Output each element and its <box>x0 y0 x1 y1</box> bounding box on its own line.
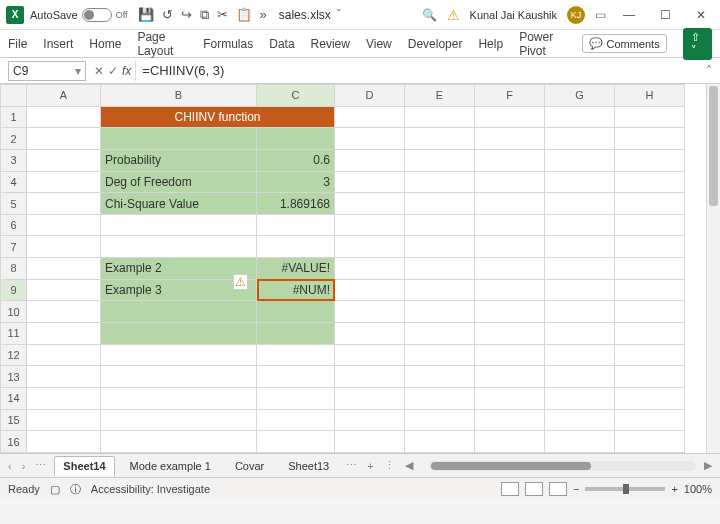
cell[interactable] <box>545 409 615 431</box>
name-box-dropdown-icon[interactable]: ▾ <box>75 64 81 78</box>
cell[interactable] <box>615 279 685 301</box>
cell[interactable] <box>545 258 615 280</box>
cell[interactable] <box>257 214 335 236</box>
zoom-level[interactable]: 100% <box>684 483 712 495</box>
cell[interactable] <box>335 193 405 215</box>
col-header-g[interactable]: G <box>545 85 615 107</box>
cell-c3[interactable]: 0.6 <box>257 149 335 171</box>
accessibility-status[interactable]: Accessibility: Investigate <box>91 483 210 495</box>
cell[interactable] <box>475 431 545 453</box>
zoom-out-icon[interactable]: − <box>573 483 579 495</box>
undo-icon[interactable]: ↺ <box>162 7 173 22</box>
cell[interactable] <box>335 258 405 280</box>
tab-home[interactable]: Home <box>89 37 121 51</box>
cell[interactable] <box>405 387 475 409</box>
cell[interactable] <box>27 431 101 453</box>
page-layout-view-icon[interactable] <box>525 482 543 496</box>
cell-b5[interactable]: Chi-Square Value <box>101 193 257 215</box>
row-header-11[interactable]: 11 <box>1 323 27 345</box>
cell-c8[interactable]: #VALUE! <box>257 258 335 280</box>
cell[interactable] <box>545 106 615 128</box>
horizontal-scrollbar[interactable] <box>429 461 696 471</box>
cell[interactable] <box>615 106 685 128</box>
cell[interactable] <box>27 193 101 215</box>
cell[interactable] <box>335 323 405 345</box>
cell[interactable] <box>335 387 405 409</box>
cell[interactable] <box>615 387 685 409</box>
cell[interactable] <box>257 366 335 388</box>
row-header-7[interactable]: 7 <box>1 236 27 258</box>
cell[interactable] <box>257 387 335 409</box>
sheet-tab[interactable]: Sheet13 <box>279 456 338 476</box>
cell-b4[interactable]: Deg of Freedom <box>101 171 257 193</box>
cell[interactable] <box>335 344 405 366</box>
cell[interactable] <box>545 323 615 345</box>
cell[interactable] <box>405 128 475 150</box>
cell[interactable] <box>545 214 615 236</box>
cell[interactable] <box>475 301 545 323</box>
cell[interactable] <box>335 128 405 150</box>
cell[interactable] <box>257 128 335 150</box>
warning-icon[interactable]: ⚠ <box>447 7 460 23</box>
cell[interactable] <box>475 236 545 258</box>
cell[interactable] <box>405 258 475 280</box>
col-header-a[interactable]: A <box>27 85 101 107</box>
new-sheet-icon[interactable]: + <box>365 460 375 472</box>
cell[interactable] <box>545 171 615 193</box>
cell[interactable] <box>475 366 545 388</box>
sheet-tab-active[interactable]: Sheet14 <box>54 456 114 476</box>
cell[interactable] <box>475 106 545 128</box>
hscroll-right-icon[interactable]: ▶ <box>702 459 714 472</box>
cell-c4[interactable]: 3 <box>257 171 335 193</box>
row-header-12[interactable]: 12 <box>1 344 27 366</box>
row-header-14[interactable]: 14 <box>1 387 27 409</box>
cell[interactable] <box>257 409 335 431</box>
cell-c5[interactable]: 1.869168 <box>257 193 335 215</box>
copy-icon[interactable]: ⧉ <box>200 7 209 23</box>
paste-icon[interactable]: 📋 <box>236 7 252 22</box>
cell-title[interactable]: CHIINV function <box>101 106 335 128</box>
cell[interactable] <box>475 258 545 280</box>
cell[interactable] <box>615 214 685 236</box>
file-menu-caret-icon[interactable]: ˇ <box>337 8 341 22</box>
scrollbar-thumb[interactable] <box>709 86 718 206</box>
tab-nav-prev-icon[interactable]: ‹ <box>6 460 14 472</box>
row-header-9[interactable]: 9 <box>1 279 27 301</box>
cell[interactable] <box>101 344 257 366</box>
cut-icon[interactable]: ✂ <box>217 7 228 22</box>
cell[interactable] <box>475 279 545 301</box>
name-box[interactable]: C9 ▾ <box>8 61 86 81</box>
toggle-switch-icon[interactable] <box>82 8 112 22</box>
cell[interactable] <box>545 149 615 171</box>
cell[interactable] <box>405 279 475 301</box>
cell[interactable] <box>475 149 545 171</box>
error-indicator-icon[interactable]: ⚠ <box>233 274 248 290</box>
cell[interactable] <box>27 301 101 323</box>
cell[interactable] <box>615 431 685 453</box>
cell[interactable] <box>405 409 475 431</box>
redo-icon[interactable]: ↪ <box>181 7 192 22</box>
cell[interactable] <box>405 171 475 193</box>
ribbon-display-icon[interactable]: ▭ <box>595 8 606 22</box>
select-all-corner[interactable] <box>1 85 27 107</box>
row-header-6[interactable]: 6 <box>1 214 27 236</box>
cell[interactable] <box>27 387 101 409</box>
col-header-b[interactable]: B <box>101 85 257 107</box>
tab-data[interactable]: Data <box>269 37 294 51</box>
user-avatar[interactable]: KJ <box>567 6 585 24</box>
cell[interactable] <box>27 344 101 366</box>
cell[interactable] <box>615 301 685 323</box>
tab-developer[interactable]: Developer <box>408 37 463 51</box>
cell[interactable] <box>335 366 405 388</box>
tab-nav-more-icon[interactable]: ⋯ <box>33 459 48 472</box>
tab-insert[interactable]: Insert <box>43 37 73 51</box>
cell[interactable] <box>27 258 101 280</box>
cell[interactable] <box>475 323 545 345</box>
row-header-13[interactable]: 13 <box>1 366 27 388</box>
cell[interactable] <box>545 301 615 323</box>
cell[interactable] <box>405 323 475 345</box>
tab-file[interactable]: File <box>8 37 27 51</box>
cell[interactable] <box>615 344 685 366</box>
tab-nav-next-icon[interactable]: › <box>20 460 28 472</box>
row-header-4[interactable]: 4 <box>1 171 27 193</box>
